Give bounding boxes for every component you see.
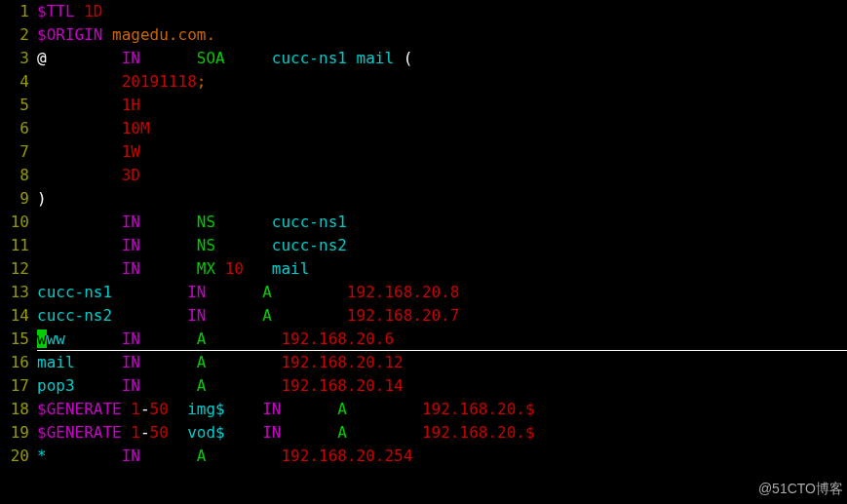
- token: 192.168.20.14: [281, 376, 403, 395]
- token: cucc-ns2: [272, 236, 347, 254]
- token: A: [197, 376, 282, 395]
- code-line: 4 20191118;: [0, 70, 847, 94]
- line-number: 9: [0, 187, 37, 211]
- token: IN: [122, 330, 197, 348]
- code-line: 14cucc-ns2 IN A 192.168.20.7: [0, 304, 847, 328]
- token: [37, 96, 122, 114]
- token: IN: [122, 213, 197, 231]
- token: magedu.com.: [112, 25, 215, 44]
- token: A: [337, 423, 422, 442]
- token: cucc-ns2: [37, 306, 187, 325]
- token: IN: [122, 236, 197, 254]
- token: IN: [122, 259, 197, 278]
- token: cucc-ns1: [37, 283, 187, 301]
- token: mail: [272, 259, 310, 278]
- code-line: 1$TTL 1D: [0, 0, 847, 23]
- code-line: 17pop3 IN A 192.168.20.14: [0, 374, 847, 398]
- line-number: 6: [0, 117, 37, 140]
- token: mail: [37, 353, 122, 371]
- code-line: 10 IN NS cucc-ns1: [0, 211, 847, 234]
- line-content: $GENERATE 1-50 vod$ IN A 192.168.20.$: [37, 421, 847, 445]
- token: MX: [197, 259, 225, 278]
- watermark: @51CTO博客: [758, 478, 843, 500]
- line-content: 20191118;: [37, 70, 847, 94]
- line-number: 18: [0, 398, 37, 421]
- line-content: cucc-ns2 IN A 192.168.20.7: [37, 304, 847, 328]
- token: 192.168.20.12: [281, 353, 403, 371]
- token: 1: [131, 423, 140, 442]
- line-content: @ IN SOA cucc-ns1 mail (: [37, 47, 847, 70]
- token: -: [140, 400, 150, 418]
- line-number: 14: [0, 304, 37, 328]
- line-number: 16: [0, 351, 37, 374]
- token: 20191118: [122, 72, 197, 91]
- token: -: [140, 423, 150, 442]
- token: 1H: [122, 96, 140, 114]
- token: A: [262, 306, 347, 325]
- token: @: [37, 49, 122, 67]
- line-content: www IN A 192.168.20.6: [37, 328, 847, 351]
- line-content: 10M: [37, 117, 847, 140]
- line-content: 3D: [37, 164, 847, 187]
- token: NS: [197, 213, 272, 231]
- code-line: 6 10M: [0, 117, 847, 140]
- token: [37, 72, 122, 91]
- line-content: 1W: [37, 140, 847, 164]
- token: IN: [262, 400, 337, 418]
- line-number: 2: [0, 23, 37, 47]
- token: IN: [262, 423, 337, 442]
- token: 192.168.20.$: [422, 423, 535, 442]
- token: 192.168.20.6: [281, 330, 394, 348]
- cursor: w: [37, 330, 47, 348]
- line-number: 1: [0, 0, 37, 23]
- token: A: [197, 446, 282, 465]
- token: [37, 236, 122, 254]
- code-line: 5 1H: [0, 94, 847, 117]
- token: img$: [187, 400, 262, 418]
- token: *: [37, 446, 122, 465]
- line-number: 20: [0, 445, 37, 468]
- token: [37, 166, 122, 184]
- code-line: 3@ IN SOA cucc-ns1 mail (: [0, 47, 847, 70]
- token: ;: [197, 72, 207, 91]
- token: 192.168.20.7: [347, 306, 460, 325]
- token: 10M: [122, 119, 150, 137]
- code-editor[interactable]: 1$TTL 1D2$ORIGIN magedu.com.3@ IN SOA cu…: [0, 0, 847, 468]
- code-line: 7 1W: [0, 140, 847, 164]
- token: A: [197, 353, 282, 371]
- code-line: 12 IN MX 10 mail: [0, 257, 847, 281]
- code-line: 9): [0, 187, 847, 211]
- line-content: $ORIGIN magedu.com.: [37, 23, 847, 47]
- line-content: IN NS cucc-ns2: [37, 234, 847, 257]
- line-content: ): [37, 187, 847, 211]
- code-line: 19$GENERATE 1-50 vod$ IN A 192.168.20.$: [0, 421, 847, 445]
- token: 192.168.20.8: [347, 283, 460, 301]
- token: 50: [150, 423, 188, 442]
- token: 3D: [122, 166, 140, 184]
- token: IN: [122, 376, 197, 395]
- line-content: pop3 IN A 192.168.20.14: [37, 374, 847, 398]
- code-line: 20* IN A 192.168.20.254: [0, 445, 847, 468]
- line-content: cucc-ns1 IN A 192.168.20.8: [37, 281, 847, 304]
- token: IN: [122, 49, 197, 67]
- token: [37, 213, 122, 231]
- code-line: 15www IN A 192.168.20.6: [0, 328, 847, 351]
- line-content: $TTL 1D: [37, 0, 847, 23]
- code-line: 2$ORIGIN magedu.com.: [0, 23, 847, 47]
- token: [37, 142, 122, 161]
- token: $GENERATE: [37, 400, 131, 418]
- line-number: 10: [0, 211, 37, 234]
- line-number: 12: [0, 257, 37, 281]
- line-content: 1H: [37, 94, 847, 117]
- line-number: 19: [0, 421, 37, 445]
- token: 192.168.20.254: [281, 446, 412, 465]
- line-number: 11: [0, 234, 37, 257]
- line-content: $GENERATE 1-50 img$ IN A 192.168.20.$: [37, 398, 847, 421]
- code-line: 8 3D: [0, 164, 847, 187]
- token: IN: [187, 306, 262, 325]
- line-number: 7: [0, 140, 37, 164]
- token: cucc-ns1 mail: [272, 49, 394, 67]
- token: pop3: [37, 376, 122, 395]
- token: [37, 259, 122, 278]
- token: 1D: [84, 2, 102, 20]
